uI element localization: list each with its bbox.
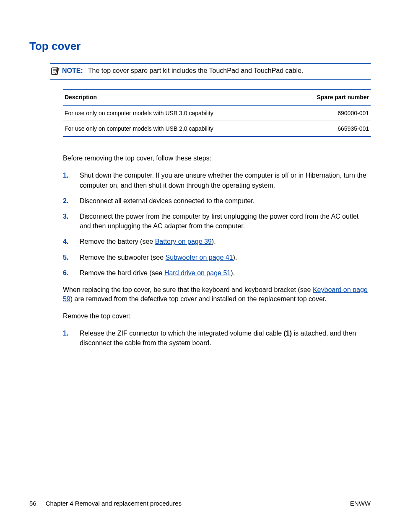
table-header-part-number: Spare part number (288, 89, 371, 105)
remove-steps-list: Release the ZIF connector to which the i… (63, 328, 371, 348)
note-text: The top cover spare part kit includes th… (88, 67, 304, 74)
hard-drive-link[interactable]: Hard drive on page 51 (164, 269, 231, 276)
subwoofer-link[interactable]: Subwoofer on page 41 (166, 254, 233, 261)
table-header-description: Description (63, 89, 288, 105)
replace-note: When replacing the top cover, be sure th… (63, 285, 371, 304)
step-text: Remove the hard drive (see (80, 269, 164, 276)
page-footer: 56 Chapter 4 Removal and replacement pro… (29, 500, 371, 507)
table-cell-desc: For use only on computer models with USB… (63, 121, 288, 137)
step-text: Remove the subwoofer (see (80, 254, 166, 261)
note-block: NOTE:The top cover spare part kit includ… (50, 63, 371, 80)
table-cell-part: 690000-001 (288, 105, 371, 121)
step-text: Remove the battery (see (80, 238, 155, 245)
list-item: Remove the hard drive (see Hard drive on… (63, 268, 371, 278)
spare-parts-table: Description Spare part number For use on… (63, 89, 371, 137)
prep-steps-list: Shut down the computer. If you are unsur… (63, 170, 371, 278)
list-item: Disconnect all external devices connecte… (63, 196, 371, 206)
step-text: ). (231, 269, 235, 276)
list-item: Shut down the computer. If you are unsur… (63, 170, 371, 190)
page-number: 56 (29, 500, 36, 507)
list-item: Release the ZIF connector to which the i… (63, 328, 371, 348)
footer-right: ENWW (350, 500, 371, 507)
replace-text: When replacing the top cover, be sure th… (63, 286, 313, 293)
note-icon (50, 66, 60, 76)
note-label: NOTE: (62, 67, 83, 74)
replace-text: ) are removed from the defective top cov… (70, 295, 327, 302)
section-heading: Top cover (29, 40, 371, 53)
battery-link[interactable]: Battery on page 39 (155, 238, 212, 245)
table-cell-desc: For use only on computer models with USB… (63, 105, 288, 121)
step-text: ). (212, 238, 216, 245)
table-row: For use only on computer models with USB… (63, 121, 371, 137)
step-text: Release the ZIF connector to which the i… (80, 330, 284, 337)
intro-text: Before removing the top cover, follow th… (63, 154, 371, 163)
table-cell-part: 665935-001 (288, 121, 371, 137)
chapter-title: Chapter 4 Removal and replacement proced… (46, 500, 182, 507)
callout-bold: (1) (284, 330, 292, 337)
list-item: Disconnect the power from the computer b… (63, 212, 371, 231)
list-item: Remove the battery (see Battery on page … (63, 237, 371, 246)
list-item: Remove the subwoofer (see Subwoofer on p… (63, 253, 371, 262)
remove-intro: Remove the top cover: (63, 312, 371, 321)
step-text: ). (233, 254, 237, 261)
table-row: For use only on computer models with USB… (63, 105, 371, 121)
